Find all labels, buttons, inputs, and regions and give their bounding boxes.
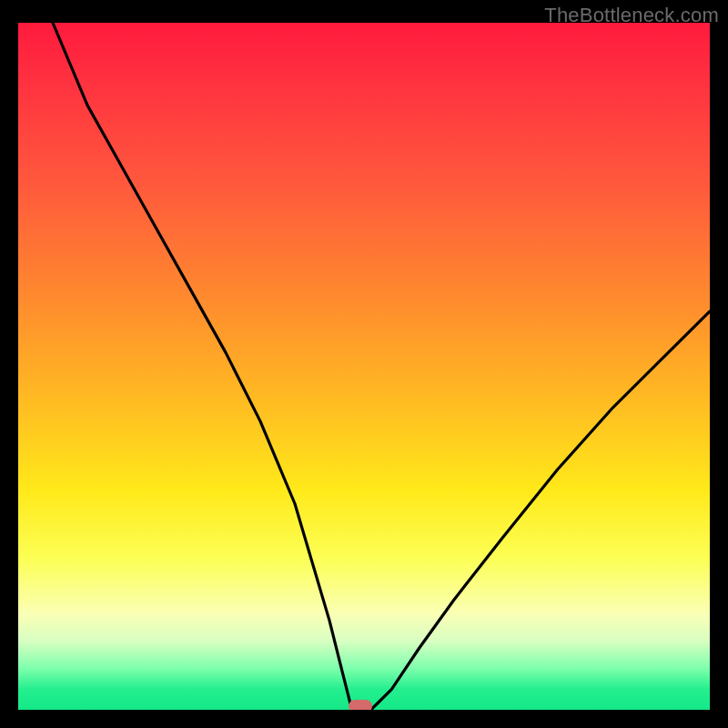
watermark-text: TheBottleneck.com <box>544 4 719 27</box>
plot-area <box>18 23 710 710</box>
chart-frame: TheBottleneck.com <box>0 0 728 728</box>
minimum-marker <box>349 700 372 710</box>
bottleneck-curve <box>18 23 710 710</box>
